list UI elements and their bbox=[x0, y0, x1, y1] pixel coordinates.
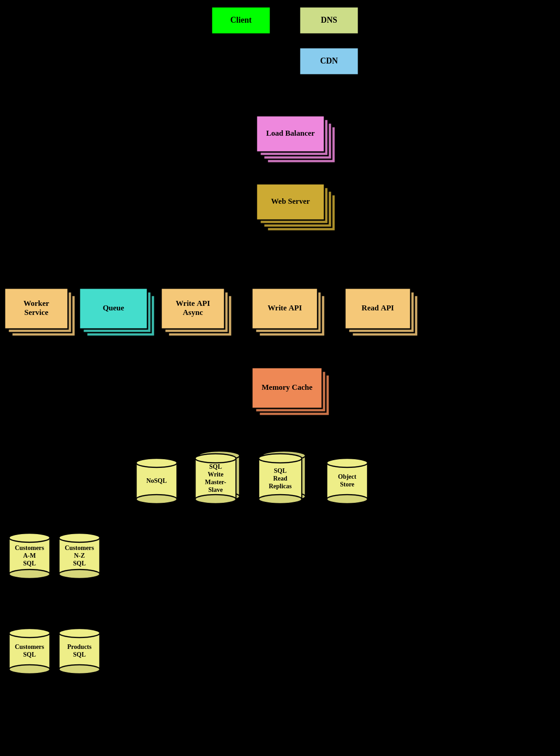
queue-node bbox=[79, 288, 147, 329]
sql-write-master-node bbox=[195, 454, 236, 504]
customers-nz-node bbox=[59, 533, 100, 579]
load-balancer-node bbox=[256, 116, 324, 152]
write-api-node bbox=[252, 288, 318, 329]
sql-read-replicas-node bbox=[259, 454, 302, 504]
worker-service-node bbox=[5, 288, 68, 329]
customers-sql-node bbox=[9, 628, 50, 674]
object-store-node bbox=[327, 458, 368, 504]
customers-am-node bbox=[9, 533, 50, 579]
read-api-node bbox=[345, 288, 411, 329]
cdn-node bbox=[300, 48, 359, 75]
web-server-node bbox=[256, 184, 324, 220]
client-node bbox=[211, 7, 270, 34]
products-sql-node bbox=[59, 628, 100, 674]
memory-cache-node bbox=[252, 368, 322, 408]
write-api-async-node bbox=[161, 288, 225, 329]
nosql-node bbox=[136, 458, 177, 504]
dns-node bbox=[300, 7, 359, 34]
